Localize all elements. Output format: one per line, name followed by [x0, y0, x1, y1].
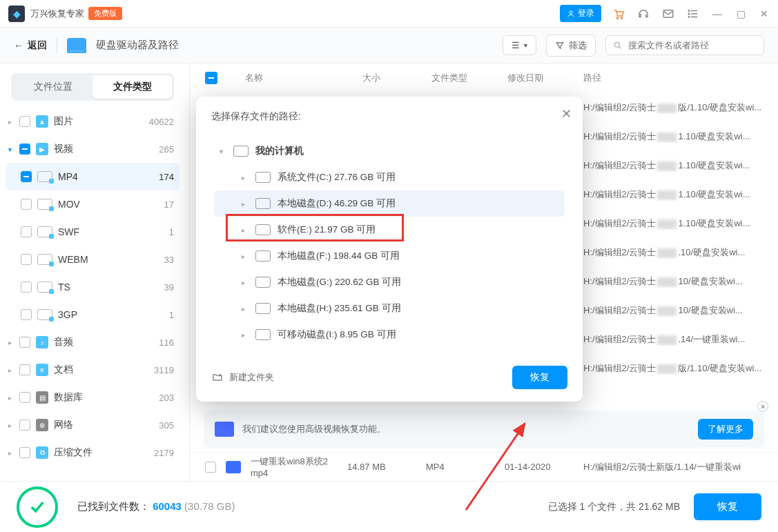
drive-icon	[67, 38, 86, 53]
file-type-tree: ▸▲图片40622 ▾▶视频265 MP4174 MOV17 SWF1 WEBM…	[6, 108, 179, 474]
hint-text: 我们建议您使用高级视频恢复功能。	[242, 423, 386, 435]
app-logo: ◆	[8, 6, 25, 22]
svg-point-7	[614, 42, 619, 47]
filter-icon	[555, 41, 565, 50]
row-checkbox[interactable]	[205, 462, 216, 473]
back-button[interactable]: ← 返回	[14, 39, 47, 52]
titlebar: ◆ 万兴恢复专家 免费版 登录 — ▢ ✕	[0, 0, 778, 28]
tab-file-type[interactable]: 文件类型	[93, 75, 172, 99]
app-name: 万兴恢复专家	[30, 8, 84, 20]
svg-point-0	[570, 11, 572, 14]
disk-icon	[255, 224, 271, 235]
path-node-f[interactable]: ▸本地磁盘(F:) 198.44 GB 可用	[214, 243, 565, 269]
hint-banner: 我们建议您使用高级视频恢复功能。 了解更多	[204, 411, 764, 448]
video-repair-icon	[215, 422, 234, 437]
path-tree: ▾我的计算机 ▸系统文件(C:) 27.76 GB 可用 ▸本地磁盘(D:) 4…	[211, 132, 567, 353]
svg-point-2	[621, 17, 622, 18]
close-window-button[interactable]: ✕	[759, 8, 770, 19]
cart-icon[interactable]	[612, 8, 625, 20]
list-icon: ☰	[512, 40, 520, 50]
svg-point-4	[688, 10, 690, 11]
select-all-checkbox[interactable]	[205, 72, 217, 84]
disk-icon	[255, 198, 271, 209]
disk-icon	[255, 277, 271, 288]
disk-icon	[255, 250, 271, 262]
search-box[interactable]	[605, 35, 764, 55]
arrow-left-icon: ←	[14, 40, 23, 51]
path-node-e[interactable]: ▸软件(E:) 21.97 GB 可用	[214, 217, 565, 243]
search-input[interactable]	[628, 40, 757, 50]
col-name[interactable]: 名称	[245, 72, 362, 84]
path-node-h[interactable]: ▸本地磁盘(H:) 235.61 GB 可用	[214, 295, 565, 322]
tree-item-webm[interactable]: WEBM33	[6, 246, 179, 273]
dialog-title: 选择保存文件的路径:	[211, 110, 567, 123]
path-node-i[interactable]: ▸可移动磁盘(I:) 8.95 GB 可用	[214, 322, 565, 348]
mail-icon[interactable]	[662, 8, 674, 20]
chevron-down-icon: ▾	[524, 41, 527, 49]
selection-info: 已选择 1 个文件，共 21.62 MB	[548, 501, 680, 513]
tree-item-image[interactable]: ▸▲图片40622	[6, 108, 179, 135]
tree-item-ts[interactable]: TS39	[6, 273, 179, 301]
svg-point-6	[688, 16, 690, 17]
svg-point-1	[616, 17, 618, 18]
computer-icon	[233, 146, 249, 157]
save-path-dialog: ✕ 选择保存文件的路径: ▾我的计算机 ▸系统文件(C:) 27.76 GB 可…	[196, 97, 583, 402]
user-icon	[567, 10, 575, 18]
preview-row[interactable]: 一键重装win8系统2 mp4 14.87 MB MP4 01-14-2020 …	[190, 452, 778, 481]
tree-item-mp4[interactable]: MP4174	[6, 163, 179, 190]
toolbar: ← 返回 硬盘驱动器及路径 ☰▾ 筛选	[0, 28, 778, 63]
login-button[interactable]: 登录	[560, 5, 601, 22]
new-folder-button[interactable]: 新建文件夹	[211, 371, 274, 384]
col-date[interactable]: 修改日期	[507, 72, 583, 84]
minimize-button[interactable]: —	[712, 8, 723, 19]
col-path[interactable]: 路径	[583, 72, 763, 84]
view-toggle-button[interactable]: ☰▾	[503, 35, 536, 55]
dialog-recover-button[interactable]: 恢复	[512, 366, 567, 389]
recover-button[interactable]: 恢复	[694, 493, 761, 520]
learn-more-button[interactable]: 了解更多	[698, 419, 753, 440]
path-node-computer[interactable]: ▾我的计算机	[214, 138, 565, 164]
disk-icon	[255, 303, 271, 314]
tree-item-zip[interactable]: ▸⧉压缩文件2179	[6, 439, 179, 466]
tree-item-3gp[interactable]: 3GP1	[6, 301, 179, 328]
tree-item-net[interactable]: ▸⊕网络305	[6, 411, 179, 439]
col-type[interactable]: 文件类型	[431, 72, 507, 84]
svg-point-5	[688, 13, 690, 14]
headset-icon[interactable]	[637, 8, 650, 20]
menu-list-icon[interactable]	[687, 8, 699, 20]
tree-item-mov[interactable]: MOV17	[6, 190, 179, 218]
found-summary: 已找到文件数： 60043 (30.78 GB)	[77, 500, 235, 513]
breadcrumb: 硬盘驱动器及路径	[96, 39, 179, 52]
scan-complete-icon	[17, 486, 58, 528]
tree-item-audio[interactable]: ▸♪音频116	[6, 328, 179, 356]
tree-item-db[interactable]: ▸▤数据库203	[6, 384, 179, 411]
segment-control: 文件位置 文件类型	[11, 73, 174, 101]
dialog-close-button[interactable]: ✕	[561, 106, 572, 121]
maximize-button[interactable]: ▢	[735, 8, 746, 19]
tree-item-swf[interactable]: SWF1	[6, 218, 179, 246]
path-node-c[interactable]: ▸系统文件(C:) 27.76 GB 可用	[214, 164, 565, 190]
hint-close-button[interactable]: ✕	[757, 401, 768, 412]
disk-icon	[255, 172, 271, 183]
path-node-d[interactable]: ▸本地磁盘(D:) 46.29 GB 可用	[214, 190, 565, 217]
tree-item-video[interactable]: ▾▶视频265	[6, 135, 179, 163]
video-file-icon	[226, 461, 241, 473]
sidebar: 文件位置 文件类型 ▸▲图片40622 ▾▶视频265 MP4174 MOV17…	[0, 63, 190, 481]
tab-file-location[interactable]: 文件位置	[13, 75, 93, 99]
filter-button[interactable]: 筛选	[546, 35, 596, 57]
search-icon	[613, 41, 623, 50]
footer: 已找到文件数： 60043 (30.78 GB) 已选择 1 个文件，共 21.…	[0, 481, 778, 532]
free-badge: 免费版	[88, 7, 122, 20]
tree-item-doc[interactable]: ▸≡文档3119	[6, 356, 179, 384]
path-node-g[interactable]: ▸本地磁盘(G:) 220.62 GB 可用	[214, 269, 565, 295]
disk-icon	[255, 329, 271, 340]
table-header: 名称 大小 文件类型 修改日期 路径	[190, 63, 778, 93]
col-size[interactable]: 大小	[362, 72, 431, 84]
folder-plus-icon	[211, 372, 224, 383]
